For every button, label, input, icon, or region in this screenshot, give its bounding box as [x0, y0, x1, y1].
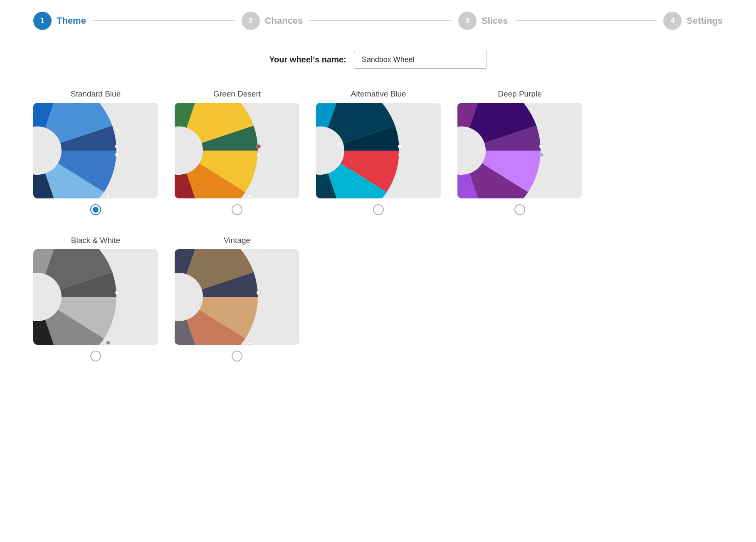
theme-title-vintage: Vintage: [224, 236, 250, 245]
svg-point-1: [115, 144, 119, 148]
theme-card-alternative-blue[interactable]: [316, 103, 441, 198]
wheel-svg-black-white: [33, 249, 158, 345]
theme-radio-vintage[interactable]: [232, 351, 242, 361]
svg-point-11: [257, 153, 260, 156]
theme-item-green-desert: Green Desert: [175, 89, 299, 215]
step-2[interactable]: 2 Chances: [242, 12, 303, 30]
svg-point-26: [257, 291, 261, 295]
step-2-label: Chances: [265, 15, 303, 26]
step-2-circle: 2: [242, 12, 260, 30]
theme-grid-row-2: Black & White: [33, 236, 723, 361]
step-4[interactable]: 4 Settings: [663, 12, 723, 30]
theme-title-alternative-blue: Alternative Blue: [351, 89, 406, 99]
wheel-svg-alternative-blue: [316, 103, 441, 198]
step-connector-1: [93, 20, 235, 21]
step-3[interactable]: 3 Slices: [458, 12, 508, 30]
wheel-svg-green-desert: [175, 103, 299, 198]
svg-point-19: [539, 144, 544, 148]
svg-point-16: [398, 144, 402, 148]
svg-point-3: [116, 128, 119, 131]
theme-radio-inner-standard-blue: [93, 207, 99, 213]
theme-item-alternative-blue: Alternative Blue: [316, 89, 441, 215]
theme-radio-standard-blue[interactable]: [90, 204, 101, 215]
step-3-circle: 3: [458, 12, 477, 30]
svg-point-4: [106, 195, 110, 198]
step-1-label: Theme: [57, 15, 86, 26]
theme-title-standard-blue: Standard Blue: [71, 89, 121, 99]
wheel-svg-deep-purple: [457, 103, 582, 198]
theme-title-black-white: Black & White: [71, 236, 120, 245]
step-1-circle: 1: [33, 12, 52, 30]
theme-card-green-desert[interactable]: [175, 103, 299, 198]
theme-title-deep-purple: Deep Purple: [498, 89, 542, 99]
theme-grid-row-1: Standard Blue: [33, 89, 723, 215]
step-connector-2: [309, 20, 452, 21]
wheel-name-label: Your wheel's name:: [269, 55, 346, 64]
theme-card-vintage[interactable]: [175, 249, 299, 345]
theme-card-standard-blue[interactable]: [33, 103, 158, 198]
svg-point-12: [248, 195, 251, 198]
wheel-svg-vintage: [175, 249, 299, 345]
wheel-name-input[interactable]: [354, 51, 487, 69]
stepper: 1 Theme 2 Chances 3 Slices 4 Settings: [0, 0, 756, 38]
theme-item-deep-purple: Deep Purple: [457, 89, 582, 215]
svg-point-22: [115, 291, 119, 295]
svg-point-23: [106, 341, 110, 344]
theme-card-black-white[interactable]: [33, 249, 158, 345]
svg-point-17: [398, 153, 402, 156]
theme-item-black-white: Black & White: [33, 236, 158, 361]
svg-point-2: [115, 153, 119, 157]
wheel-svg-standard-blue: [33, 103, 158, 198]
step-3-label: Slices: [482, 15, 508, 26]
step-4-label: Settings: [687, 15, 723, 26]
theme-title-green-desert: Green Desert: [213, 89, 261, 99]
main-content: Your wheel's name: Standard Blue: [0, 38, 756, 395]
step-1[interactable]: 1 Theme: [33, 12, 86, 30]
theme-item-standard-blue: Standard Blue: [33, 89, 158, 215]
theme-radio-alternative-blue[interactable]: [373, 204, 384, 215]
theme-radio-black-white[interactable]: [90, 351, 101, 361]
svg-point-28: [248, 341, 251, 344]
step-connector-3: [515, 20, 657, 21]
theme-card-deep-purple[interactable]: [457, 103, 582, 198]
theme-radio-deep-purple[interactable]: [514, 204, 525, 215]
step-4-circle: 4: [663, 12, 682, 30]
svg-point-20: [540, 153, 543, 156]
theme-item-vintage: Vintage: [175, 236, 299, 361]
svg-point-10: [257, 144, 261, 148]
wheel-name-row: Your wheel's name:: [33, 51, 723, 69]
theme-radio-green-desert[interactable]: [232, 204, 242, 215]
